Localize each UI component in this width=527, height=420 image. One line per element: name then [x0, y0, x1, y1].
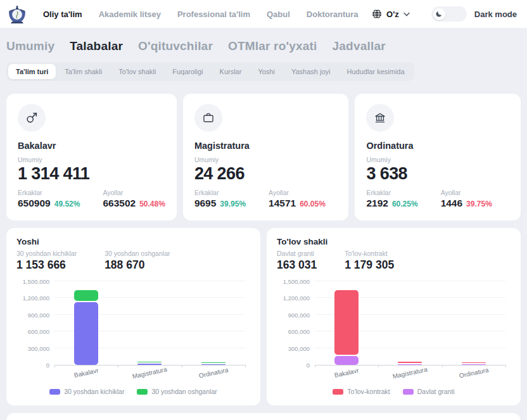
filter-tab-6[interactable]: Yashash joyi [284, 64, 338, 79]
top-nav-item-4[interactable]: Doktorantura [307, 10, 359, 19]
chart-stat-value: 1 179 305 [345, 258, 394, 272]
filter-tab-5[interactable]: Yoshi [250, 64, 283, 79]
y-axis-tick: 600,000 [288, 328, 310, 335]
chart-stats: 30 yoshdan kichiklar1 153 66630 yoshdan … [16, 248, 250, 272]
male-value: 2192 [366, 198, 388, 209]
y-axis-tick: 1,500,000 [283, 278, 310, 285]
chart-stat-0: Davlat granti163 031 [277, 248, 317, 272]
summary-cards: BakalavrUmumiy1 314 411Erkaklar65090949.… [6, 94, 521, 220]
globe-icon [372, 9, 382, 19]
legend-swatch [49, 389, 60, 395]
chart-title: To'lov shakli [277, 237, 511, 246]
male-percent: 39.95% [220, 200, 246, 208]
gridline [315, 281, 505, 281]
filter-tab-3[interactable]: Fuqaroligi [165, 64, 210, 79]
bar-segment[interactable] [398, 362, 422, 363]
bar-segment[interactable] [137, 362, 162, 362]
female-value-row: 144639.75% [441, 198, 492, 209]
dark-mode-toggle[interactable] [431, 6, 467, 22]
bar-segment[interactable] [201, 362, 225, 363]
male-label: Erkaklar [194, 189, 246, 196]
total-value: 1 314 411 [18, 164, 165, 184]
section-nav-item-0[interactable]: Umumiy [6, 39, 54, 53]
female-value: 663502 [103, 198, 136, 209]
female-percent: 39.75% [466, 200, 492, 208]
ministry-logo[interactable] [5, 2, 29, 26]
gender-split: Erkaklar219260.25%Ayollar144639.75% [366, 189, 509, 209]
top-nav-item-0[interactable]: Oliy ta'lim [43, 10, 82, 19]
bar-slot-bakalavr[interactable] [54, 282, 118, 365]
total-label: Umumiy [194, 156, 338, 163]
chart-legend: To'lov-kontraktDavlat granti [277, 388, 511, 395]
chart-card-1: To'lov shakliDavlat granti163 031To'lov-… [267, 228, 521, 405]
top-nav-item-1[interactable]: Akademik litsey [99, 10, 161, 19]
legend-item[interactable]: Davlat granti [403, 388, 455, 395]
dark-mode-label: Dark mode [474, 10, 517, 19]
y-axis-tick: 1,200,000 [283, 295, 310, 302]
filter-tab-4[interactable]: Kurslar [212, 64, 250, 79]
female-percent: 50.48% [139, 200, 165, 208]
top-nav-item-2[interactable]: Professional ta'lim [177, 10, 250, 19]
bar-slot-magistratura[interactable] [378, 282, 441, 365]
chart-stat-0: 30 yoshdan kichiklar1 153 666 [16, 248, 77, 272]
section-nav-item-1[interactable]: Talabalar [70, 39, 123, 53]
card-title: Ordinatura [366, 141, 509, 151]
male-value: 650909 [18, 198, 51, 209]
total-value: 3 638 [366, 164, 509, 184]
legend-label: Davlat granti [417, 388, 455, 395]
section-nav: UmumiyTalabalarO'qituvchilarOTMlar ro'yx… [0, 28, 527, 56]
legend-item[interactable]: 30 yoshdan oshganlar [137, 388, 217, 395]
male-value-row: 969539.95% [194, 198, 246, 209]
bar-segment[interactable] [201, 364, 225, 365]
x-axis-labels: BakalavrMagistraturaOrdinatura [54, 369, 245, 376]
primary-nav: Oliy ta'limAkademik litseyProfessional t… [43, 10, 358, 19]
chart-stat-label: To'lov-kontrakt [345, 250, 394, 257]
legend-item[interactable]: To'lov-kontrakt [333, 388, 390, 395]
bar-slots [54, 282, 245, 365]
filter-tab-2[interactable]: To'lov shakli [111, 64, 163, 79]
female-percent: 60.05% [300, 200, 326, 208]
summary-card-bakalavr: BakalavrUmumiy1 314 411Erkaklar65090949.… [6, 94, 177, 220]
bar-segment[interactable] [74, 290, 98, 300]
x-axis-tick [118, 365, 118, 367]
y-axis-tick: 1,200,000 [23, 295, 49, 302]
male-label: Erkaklar [366, 189, 417, 196]
bar-segment[interactable] [334, 356, 359, 365]
bar-segment[interactable] [398, 364, 422, 365]
legend-item[interactable]: 30 yoshdan kichiklar [49, 388, 124, 395]
language-selector[interactable]: O'z [372, 9, 410, 19]
bar-segment[interactable] [462, 362, 486, 363]
y-axis-tick: 0 [307, 362, 310, 369]
bar-slots [315, 282, 505, 365]
plot-area: 0300,000600,000900,0001,200,0001,500,000 [315, 282, 505, 366]
bar-segment[interactable] [462, 364, 486, 365]
female-value: 14571 [269, 198, 296, 209]
bar-segment[interactable] [334, 290, 359, 355]
top-nav-item-3[interactable]: Qabul [267, 10, 290, 19]
summary-card-magistratura: MagistraturaUmumiy24 266Erkaklar969539.9… [183, 94, 349, 220]
gender-split: Erkaklar65090949.52%Ayollar66350250.48% [18, 189, 165, 209]
chart-stat-1: To'lov-kontrakt1 179 305 [345, 248, 394, 272]
section-nav-item-3[interactable]: OTMlar ro'yxati [228, 39, 317, 53]
bar-slot-ordinatura[interactable] [182, 282, 245, 365]
x-axis-label: Bakalavr [54, 363, 118, 383]
bar-slot-ordinatura[interactable] [442, 282, 505, 365]
male-label: Erkaklar [18, 189, 80, 196]
card-title: Bakalavr [18, 141, 165, 151]
moon-icon [433, 8, 445, 20]
filter-tab-0[interactable]: Ta'lim turi [8, 64, 56, 79]
chevron-down-icon [403, 12, 410, 16]
male-value: 9695 [194, 198, 216, 209]
briefcase-icon [194, 104, 222, 132]
bar-slot-bakalavr[interactable] [315, 282, 378, 365]
female-value-row: 66350250.48% [103, 198, 165, 209]
y-axis-tick: 300,000 [28, 345, 49, 352]
filter-tab-7[interactable]: Hududlar kesimida [339, 64, 412, 79]
filter-tab-1[interactable]: Ta'lim shakli [57, 64, 110, 79]
section-nav-item-4[interactable]: Jadvallar [333, 39, 386, 53]
bar-segment[interactable] [74, 302, 98, 365]
bar-segment[interactable] [137, 364, 162, 365]
section-nav-item-2[interactable]: O'qituvchilar [138, 39, 213, 53]
x-axis-label: Bakalavr [315, 363, 378, 383]
bar-slot-magistratura[interactable] [118, 282, 181, 365]
